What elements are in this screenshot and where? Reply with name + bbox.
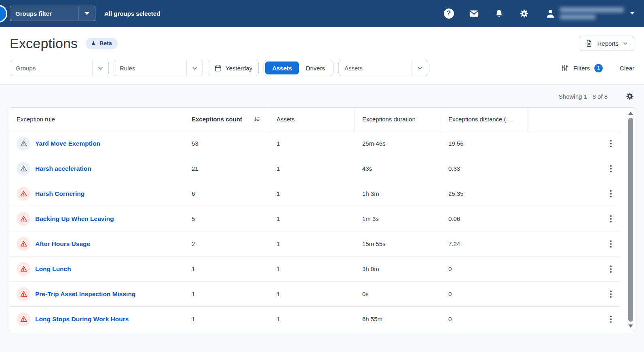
distance-cell: 0.06 xyxy=(441,206,528,231)
column-header-actions xyxy=(528,108,620,131)
beta-label: Beta xyxy=(99,40,112,47)
duration-cell: 3h 0m xyxy=(355,257,441,281)
page-title: Exceptions xyxy=(10,36,78,51)
groups-filter-label: Groups filter xyxy=(10,10,78,17)
rule-link[interactable]: Long Stops During Work Hours xyxy=(35,316,129,323)
gear-icon xyxy=(519,8,529,19)
user-email-redacted xyxy=(560,7,624,19)
row-menu-button[interactable] xyxy=(605,238,617,250)
person-icon xyxy=(545,8,556,19)
table-row: Harsh Cornering 6 1 1h 3m 25.35 xyxy=(9,181,620,206)
row-menu-button[interactable] xyxy=(605,263,617,275)
distance-cell: 0 xyxy=(441,257,528,281)
column-header-exceptions-duration[interactable]: Exceptions duration xyxy=(355,108,441,131)
duration-cell: 15m 55s xyxy=(355,231,441,256)
report-document-icon xyxy=(585,39,593,47)
rule-link[interactable]: Yard Move Exemption xyxy=(35,140,100,147)
filters-count-badge: 1 xyxy=(594,64,603,72)
user-account-menu[interactable] xyxy=(545,7,634,19)
toggle-assets[interactable]: Assets xyxy=(265,61,299,74)
assets-cell: 1 xyxy=(269,206,355,231)
duration-cell: 43s xyxy=(355,156,441,181)
filters-label: Filters xyxy=(573,65,590,72)
warning-icon xyxy=(17,287,30,301)
groups-select-caret[interactable] xyxy=(92,60,108,76)
messages-button[interactable] xyxy=(468,8,479,19)
rule-link[interactable]: Harsh Cornering xyxy=(35,190,84,197)
help-button[interactable]: ? xyxy=(443,8,454,19)
assets-cell: 1 xyxy=(269,257,355,281)
assets-cell: 1 xyxy=(269,307,355,331)
toggle-drivers[interactable]: Drivers xyxy=(299,61,332,74)
assets-select[interactable]: Assets xyxy=(338,60,428,76)
rules-select-caret[interactable] xyxy=(186,60,203,76)
settings-button[interactable] xyxy=(518,8,530,19)
column-header-exceptions-distance[interactable]: Exceptions distance (… xyxy=(441,108,528,131)
rules-select[interactable]: Rules xyxy=(114,60,203,76)
table-header-row: Exception rule Exceptions count Assets E… xyxy=(9,108,620,131)
column-header-exception-rule[interactable]: Exception rule xyxy=(9,108,184,131)
reports-label: Reports xyxy=(597,40,619,47)
distance-cell: 0 xyxy=(441,282,528,306)
assets-cell: 1 xyxy=(269,282,355,306)
filters-button[interactable]: Filters 1 xyxy=(561,64,603,72)
all-groups-status: All groups selected xyxy=(104,10,160,17)
table-row: Yard Move Exemption 53 1 25m 46s 19.56 xyxy=(9,131,620,156)
filter-toolbar: Groups Rules Yesterday Assets Drivers As… xyxy=(0,60,644,76)
distance-cell: 19.56 xyxy=(441,131,528,156)
rules-select-label: Rules xyxy=(114,65,186,72)
table-row: Long Stops During Work Hours 1 1 6h 55m … xyxy=(9,306,620,331)
duration-cell: 0s xyxy=(355,282,441,306)
chevron-down-icon xyxy=(192,65,198,71)
notifications-button[interactable] xyxy=(493,8,505,19)
bell-icon xyxy=(494,8,504,19)
gear-icon xyxy=(625,92,634,101)
row-menu-button[interactable] xyxy=(605,288,617,300)
warning-icon xyxy=(17,212,30,226)
distance-cell: 7.24 xyxy=(441,231,528,256)
warning-icon xyxy=(17,137,30,151)
distance-cell: 0.33 xyxy=(441,156,528,181)
scrollbar-thumb[interactable] xyxy=(628,118,633,322)
table-settings-button[interactable] xyxy=(625,92,634,101)
row-menu-button[interactable] xyxy=(605,138,617,150)
exceptions-count-cell: 1 xyxy=(184,257,269,281)
date-range-button[interactable]: Yesterday xyxy=(208,60,259,76)
rule-link[interactable]: Backing Up When Leaving xyxy=(35,215,114,223)
table-row: Backing Up When Leaving 5 1 1m 3s 0.06 xyxy=(9,206,620,231)
column-header-assets[interactable]: Assets xyxy=(269,108,355,131)
reports-button[interactable]: Reports xyxy=(579,36,634,51)
nav-toggle-button[interactable] xyxy=(0,5,7,23)
table-row: After Hours Usage 2 1 15m 55s 7.24 xyxy=(9,231,620,256)
exceptions-count-cell: 5 xyxy=(184,206,269,231)
distance-cell: 0 xyxy=(441,307,528,331)
chevron-down-icon xyxy=(97,65,103,71)
groups-filter-caret[interactable] xyxy=(78,6,95,21)
redacted-text-line xyxy=(560,7,624,13)
duration-cell: 25m 46s xyxy=(355,131,441,156)
rule-link[interactable]: Harsh acceleration xyxy=(35,165,91,172)
row-menu-button[interactable] xyxy=(605,313,617,325)
sort-descending-icon[interactable] xyxy=(253,115,261,123)
column-header-exceptions-count[interactable]: Exceptions count xyxy=(184,108,269,131)
page-header: Exceptions Beta Reports xyxy=(0,27,644,53)
beta-badge: Beta xyxy=(86,38,117,49)
groups-filter-field[interactable]: Groups filter xyxy=(10,6,95,21)
row-menu-button[interactable] xyxy=(605,213,617,225)
exceptions-count-cell: 21 xyxy=(184,156,269,181)
clear-filters-button[interactable]: Clear xyxy=(620,65,634,72)
table-scrollbar[interactable] xyxy=(627,108,634,331)
rule-link[interactable]: Long Lunch xyxy=(35,265,71,273)
assets-select-caret[interactable] xyxy=(412,60,428,76)
duration-cell: 6h 55m xyxy=(355,307,441,331)
row-menu-button[interactable] xyxy=(605,163,617,175)
sliders-icon xyxy=(561,64,569,72)
exceptions-count-cell: 2 xyxy=(184,231,269,256)
scroll-up-arrow-icon[interactable] xyxy=(628,112,633,115)
mail-icon xyxy=(469,8,479,19)
groups-select[interactable]: Groups xyxy=(10,60,109,76)
scroll-down-arrow-icon[interactable] xyxy=(628,324,633,328)
row-menu-button[interactable] xyxy=(605,188,617,200)
rule-link[interactable]: After Hours Usage xyxy=(35,240,90,248)
rule-link[interactable]: Pre-Trip Asset Inspection Missing xyxy=(35,291,135,298)
